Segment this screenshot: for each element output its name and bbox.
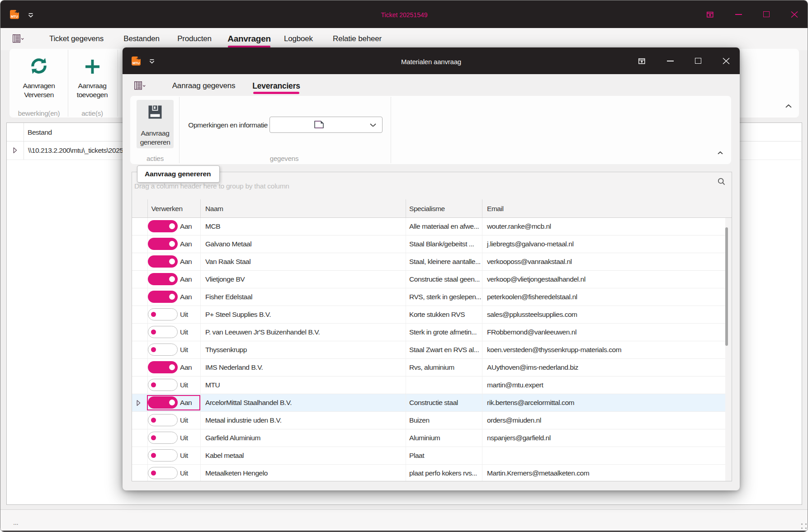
svg-text:MTU: MTU	[132, 61, 140, 65]
svg-text:MTU: MTU	[11, 14, 18, 19]
